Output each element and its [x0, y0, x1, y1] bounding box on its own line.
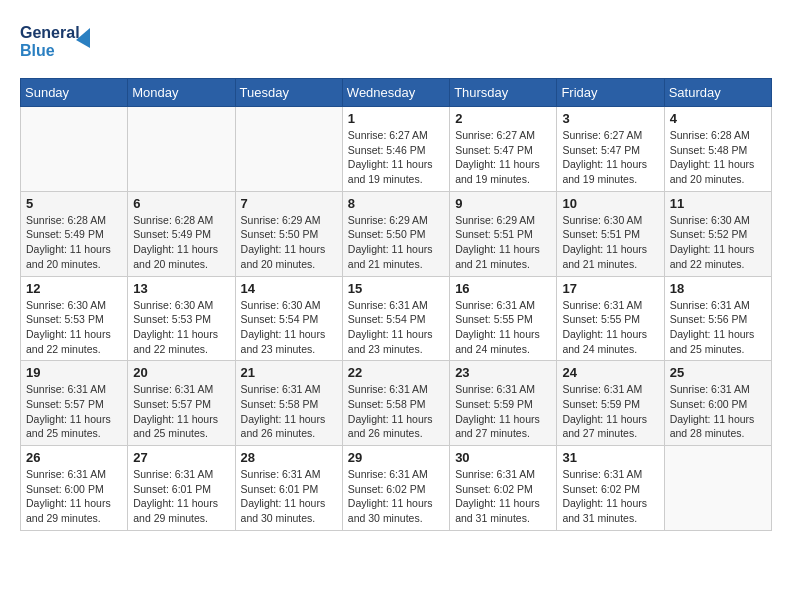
calendar-cell: 4Sunrise: 6:28 AM Sunset: 5:48 PM Daylig… [664, 107, 771, 192]
calendar-cell: 16Sunrise: 6:31 AM Sunset: 5:55 PM Dayli… [450, 276, 557, 361]
day-info: Sunrise: 6:28 AM Sunset: 5:49 PM Dayligh… [133, 213, 229, 272]
weekday-header-sunday: Sunday [21, 79, 128, 107]
day-number: 5 [26, 196, 122, 211]
weekday-row: SundayMondayTuesdayWednesdayThursdayFrid… [21, 79, 772, 107]
day-number: 23 [455, 365, 551, 380]
weekday-header-saturday: Saturday [664, 79, 771, 107]
day-number: 14 [241, 281, 337, 296]
calendar-cell: 22Sunrise: 6:31 AM Sunset: 5:58 PM Dayli… [342, 361, 449, 446]
day-info: Sunrise: 6:27 AM Sunset: 5:47 PM Dayligh… [562, 128, 658, 187]
day-number: 10 [562, 196, 658, 211]
calendar-cell: 1Sunrise: 6:27 AM Sunset: 5:46 PM Daylig… [342, 107, 449, 192]
calendar-cell: 21Sunrise: 6:31 AM Sunset: 5:58 PM Dayli… [235, 361, 342, 446]
calendar-cell: 30Sunrise: 6:31 AM Sunset: 6:02 PM Dayli… [450, 446, 557, 531]
day-number: 9 [455, 196, 551, 211]
day-info: Sunrise: 6:29 AM Sunset: 5:50 PM Dayligh… [241, 213, 337, 272]
day-info: Sunrise: 6:29 AM Sunset: 5:51 PM Dayligh… [455, 213, 551, 272]
day-info: Sunrise: 6:31 AM Sunset: 5:59 PM Dayligh… [455, 382, 551, 441]
day-number: 17 [562, 281, 658, 296]
calendar-cell: 8Sunrise: 6:29 AM Sunset: 5:50 PM Daylig… [342, 191, 449, 276]
day-number: 24 [562, 365, 658, 380]
day-number: 18 [670, 281, 766, 296]
day-number: 31 [562, 450, 658, 465]
calendar-week-3: 12Sunrise: 6:30 AM Sunset: 5:53 PM Dayli… [21, 276, 772, 361]
day-number: 1 [348, 111, 444, 126]
calendar-cell: 20Sunrise: 6:31 AM Sunset: 5:57 PM Dayli… [128, 361, 235, 446]
day-info: Sunrise: 6:31 AM Sunset: 5:55 PM Dayligh… [562, 298, 658, 357]
day-info: Sunrise: 6:31 AM Sunset: 6:02 PM Dayligh… [455, 467, 551, 526]
calendar-cell: 24Sunrise: 6:31 AM Sunset: 5:59 PM Dayli… [557, 361, 664, 446]
day-number: 15 [348, 281, 444, 296]
day-info: Sunrise: 6:27 AM Sunset: 5:46 PM Dayligh… [348, 128, 444, 187]
svg-text:General: General [20, 24, 80, 41]
day-number: 4 [670, 111, 766, 126]
calendar-cell: 10Sunrise: 6:30 AM Sunset: 5:51 PM Dayli… [557, 191, 664, 276]
day-number: 13 [133, 281, 229, 296]
calendar-cell: 9Sunrise: 6:29 AM Sunset: 5:51 PM Daylig… [450, 191, 557, 276]
day-info: Sunrise: 6:28 AM Sunset: 5:48 PM Dayligh… [670, 128, 766, 187]
calendar-cell: 23Sunrise: 6:31 AM Sunset: 5:59 PM Dayli… [450, 361, 557, 446]
day-info: Sunrise: 6:31 AM Sunset: 5:58 PM Dayligh… [348, 382, 444, 441]
calendar-cell: 28Sunrise: 6:31 AM Sunset: 6:01 PM Dayli… [235, 446, 342, 531]
calendar-cell: 5Sunrise: 6:28 AM Sunset: 5:49 PM Daylig… [21, 191, 128, 276]
day-info: Sunrise: 6:31 AM Sunset: 5:57 PM Dayligh… [26, 382, 122, 441]
day-info: Sunrise: 6:30 AM Sunset: 5:53 PM Dayligh… [26, 298, 122, 357]
day-info: Sunrise: 6:31 AM Sunset: 6:00 PM Dayligh… [26, 467, 122, 526]
day-info: Sunrise: 6:31 AM Sunset: 6:00 PM Dayligh… [670, 382, 766, 441]
calendar-cell [664, 446, 771, 531]
logo: GeneralBlue [20, 20, 100, 62]
day-number: 20 [133, 365, 229, 380]
day-info: Sunrise: 6:31 AM Sunset: 5:54 PM Dayligh… [348, 298, 444, 357]
calendar-cell: 15Sunrise: 6:31 AM Sunset: 5:54 PM Dayli… [342, 276, 449, 361]
day-info: Sunrise: 6:31 AM Sunset: 5:55 PM Dayligh… [455, 298, 551, 357]
day-number: 30 [455, 450, 551, 465]
calendar-week-4: 19Sunrise: 6:31 AM Sunset: 5:57 PM Dayli… [21, 361, 772, 446]
calendar-week-2: 5Sunrise: 6:28 AM Sunset: 5:49 PM Daylig… [21, 191, 772, 276]
day-info: Sunrise: 6:30 AM Sunset: 5:51 PM Dayligh… [562, 213, 658, 272]
calendar-cell [21, 107, 128, 192]
calendar-cell: 13Sunrise: 6:30 AM Sunset: 5:53 PM Dayli… [128, 276, 235, 361]
day-number: 29 [348, 450, 444, 465]
weekday-header-wednesday: Wednesday [342, 79, 449, 107]
calendar-cell: 31Sunrise: 6:31 AM Sunset: 6:02 PM Dayli… [557, 446, 664, 531]
day-number: 2 [455, 111, 551, 126]
calendar-cell: 26Sunrise: 6:31 AM Sunset: 6:00 PM Dayli… [21, 446, 128, 531]
calendar-cell: 14Sunrise: 6:30 AM Sunset: 5:54 PM Dayli… [235, 276, 342, 361]
day-info: Sunrise: 6:31 AM Sunset: 6:02 PM Dayligh… [348, 467, 444, 526]
day-number: 25 [670, 365, 766, 380]
day-info: Sunrise: 6:28 AM Sunset: 5:49 PM Dayligh… [26, 213, 122, 272]
day-number: 21 [241, 365, 337, 380]
day-info: Sunrise: 6:31 AM Sunset: 5:59 PM Dayligh… [562, 382, 658, 441]
day-info: Sunrise: 6:31 AM Sunset: 6:01 PM Dayligh… [241, 467, 337, 526]
day-number: 22 [348, 365, 444, 380]
calendar-cell: 17Sunrise: 6:31 AM Sunset: 5:55 PM Dayli… [557, 276, 664, 361]
svg-text:Blue: Blue [20, 42, 55, 59]
weekday-header-thursday: Thursday [450, 79, 557, 107]
day-info: Sunrise: 6:30 AM Sunset: 5:52 PM Dayligh… [670, 213, 766, 272]
calendar-cell: 2Sunrise: 6:27 AM Sunset: 5:47 PM Daylig… [450, 107, 557, 192]
day-number: 16 [455, 281, 551, 296]
day-number: 19 [26, 365, 122, 380]
calendar-cell [128, 107, 235, 192]
day-number: 26 [26, 450, 122, 465]
page-header: GeneralBlue [20, 20, 772, 62]
calendar-week-1: 1Sunrise: 6:27 AM Sunset: 5:46 PM Daylig… [21, 107, 772, 192]
day-info: Sunrise: 6:30 AM Sunset: 5:54 PM Dayligh… [241, 298, 337, 357]
day-info: Sunrise: 6:31 AM Sunset: 6:01 PM Dayligh… [133, 467, 229, 526]
day-info: Sunrise: 6:29 AM Sunset: 5:50 PM Dayligh… [348, 213, 444, 272]
day-info: Sunrise: 6:31 AM Sunset: 5:58 PM Dayligh… [241, 382, 337, 441]
day-info: Sunrise: 6:31 AM Sunset: 5:56 PM Dayligh… [670, 298, 766, 357]
weekday-header-friday: Friday [557, 79, 664, 107]
calendar-header: SundayMondayTuesdayWednesdayThursdayFrid… [21, 79, 772, 107]
calendar-cell: 19Sunrise: 6:31 AM Sunset: 5:57 PM Dayli… [21, 361, 128, 446]
day-number: 7 [241, 196, 337, 211]
day-info: Sunrise: 6:31 AM Sunset: 6:02 PM Dayligh… [562, 467, 658, 526]
day-number: 3 [562, 111, 658, 126]
calendar-cell: 18Sunrise: 6:31 AM Sunset: 5:56 PM Dayli… [664, 276, 771, 361]
calendar-cell [235, 107, 342, 192]
calendar-cell: 29Sunrise: 6:31 AM Sunset: 6:02 PM Dayli… [342, 446, 449, 531]
calendar-cell: 3Sunrise: 6:27 AM Sunset: 5:47 PM Daylig… [557, 107, 664, 192]
calendar-cell: 7Sunrise: 6:29 AM Sunset: 5:50 PM Daylig… [235, 191, 342, 276]
day-info: Sunrise: 6:27 AM Sunset: 5:47 PM Dayligh… [455, 128, 551, 187]
calendar-body: 1Sunrise: 6:27 AM Sunset: 5:46 PM Daylig… [21, 107, 772, 531]
